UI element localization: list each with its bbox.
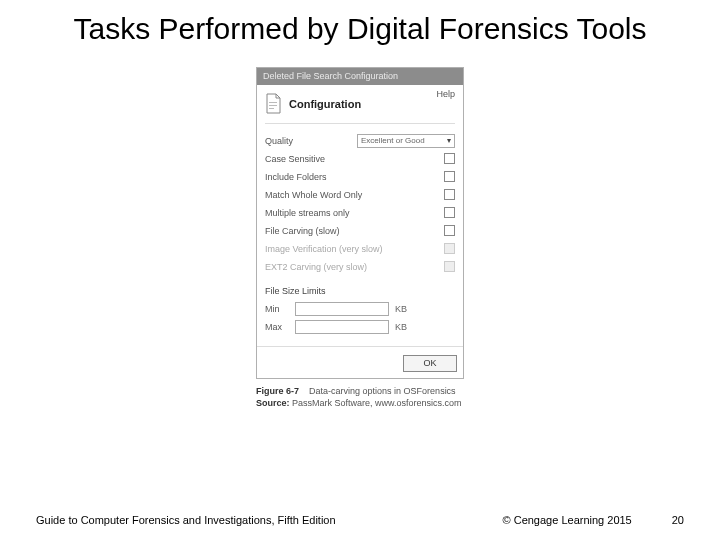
slide-title: Tasks Performed by Digital Forensics Too… (0, 0, 720, 53)
figure-number: Figure 6-7 (256, 386, 299, 396)
image-verify-checkbox (444, 243, 455, 254)
help-link[interactable]: Help (436, 89, 455, 99)
file-carving-label: File Carving (slow) (265, 226, 340, 236)
dialog-body: Help Configuration Quality Excellent (257, 85, 463, 378)
quality-select[interactable]: Excellent or Good ▾ (357, 134, 455, 148)
chevron-down-icon: ▾ (447, 136, 451, 145)
figure-caption: Figure 6-7 Data-carving options in OSFor… (256, 385, 464, 409)
multiple-streams-label: Multiple streams only (265, 208, 350, 218)
page-number: 20 (672, 514, 684, 526)
svg-rect-2 (269, 108, 274, 109)
min-size-row: Min KB (265, 300, 455, 318)
quality-label: Quality (265, 136, 293, 146)
image-verify-label: Image Verification (very slow) (265, 244, 383, 254)
max-size-row: Max KB (265, 318, 455, 336)
match-whole-word-checkbox[interactable] (444, 189, 455, 200)
case-sensitive-checkbox[interactable] (444, 153, 455, 164)
config-header: Configuration (265, 91, 455, 124)
source-text: PassMark Software, www.osforensics.com (292, 398, 462, 408)
file-carving-checkbox[interactable] (444, 225, 455, 236)
document-icon (265, 93, 283, 115)
match-whole-word-row: Match Whole Word Only (265, 186, 455, 204)
config-dialog: Deleted File Search Configuration Help C… (256, 67, 464, 379)
include-folders-checkbox[interactable] (444, 171, 455, 182)
max-input[interactable] (295, 320, 389, 334)
slide-footer: Guide to Computer Forensics and Investig… (0, 514, 720, 526)
min-label: Min (265, 304, 289, 314)
min-unit: KB (395, 304, 415, 314)
min-input[interactable] (295, 302, 389, 316)
figure-text: Data-carving options in OSForensics (309, 386, 456, 396)
figure-area: Deleted File Search Configuration Help C… (0, 67, 720, 409)
case-sensitive-row: Case Sensitive (265, 150, 455, 168)
image-verify-row: Image Verification (very slow) (265, 240, 455, 258)
file-carving-row: File Carving (slow) (265, 222, 455, 240)
max-unit: KB (395, 322, 415, 332)
quality-row: Quality Excellent or Good ▾ (265, 132, 455, 150)
svg-rect-0 (269, 102, 277, 103)
source-label: Source: (256, 398, 290, 408)
multiple-streams-row: Multiple streams only (265, 204, 455, 222)
include-folders-row: Include Folders (265, 168, 455, 186)
dialog-buttons: OK (257, 346, 463, 378)
match-whole-word-label: Match Whole Word Only (265, 190, 362, 200)
multiple-streams-checkbox[interactable] (444, 207, 455, 218)
svg-rect-1 (269, 105, 277, 106)
footer-copyright: © Cengage Learning 2015 (503, 514, 632, 526)
include-folders-label: Include Folders (265, 172, 327, 182)
max-label: Max (265, 322, 289, 332)
case-sensitive-label: Case Sensitive (265, 154, 325, 164)
ext2-carving-label: EXT2 Carving (very slow) (265, 262, 367, 272)
ext2-carving-row: EXT2 Carving (very slow) (265, 258, 455, 276)
ok-button[interactable]: OK (403, 355, 457, 372)
footer-left: Guide to Computer Forensics and Investig… (36, 514, 503, 526)
size-limits-label: File Size Limits (265, 286, 455, 296)
config-heading: Configuration (289, 98, 361, 110)
ext2-carving-checkbox (444, 261, 455, 272)
quality-value: Excellent or Good (361, 136, 425, 145)
dialog-titlebar: Deleted File Search Configuration (257, 68, 463, 85)
